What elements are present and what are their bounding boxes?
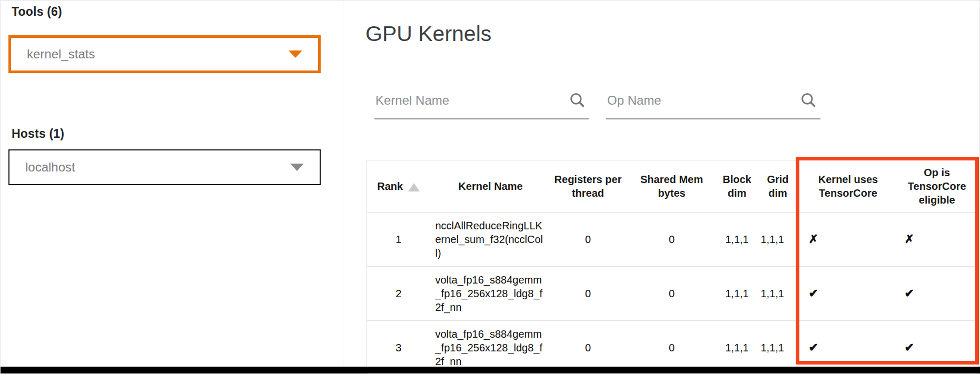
kernel-uses-tensorcore-cell: ✔ — [800, 267, 896, 321]
rank-cell: 2 — [367, 267, 430, 321]
op-name-filter — [606, 84, 820, 119]
column-header-rank[interactable]: Rank — [367, 160, 430, 213]
column-header-block-dim[interactable]: Block dim — [719, 160, 756, 213]
sort-ascending-icon — [408, 183, 420, 191]
kernel-name-cell: volta_fp16_s884gemm_fp16_256x128_ldg8_f2… — [430, 321, 551, 374]
grid-dim-cell: 1,1,1 — [756, 213, 800, 267]
kernel-name-filter — [374, 84, 589, 119]
bottom-edge-bar — [1, 367, 980, 373]
hosts-dropdown[interactable]: localhost — [8, 149, 321, 185]
sidebar: Tools (6) kernel_stats Hosts (1) localho… — [1, 1, 343, 367]
search-icon — [568, 91, 586, 109]
hosts-dropdown-value: localhost — [9, 160, 75, 175]
grid-dim-cell: 1,1,1 — [756, 267, 800, 321]
kernel-name-cell: volta_fp16_s884gemm_fp16_256x128_ldg8_f2… — [430, 267, 551, 321]
op-tensorcore-eligible-cell: ✔ — [896, 321, 978, 374]
chevron-down-icon — [290, 164, 304, 171]
kernel-table-body: 1 ncclAllReduceRingLLKernel_sum_f32(nccl… — [367, 213, 978, 374]
registers-per-thread-cell: 0 — [551, 321, 625, 374]
chevron-down-icon — [289, 50, 302, 58]
shared-mem-bytes-cell: 0 — [625, 213, 719, 267]
column-header-registers-per-thread[interactable]: Registers per thread — [551, 160, 625, 213]
table-header-row: Rank Kernel Name Registers per thread Sh… — [367, 160, 978, 213]
block-dim-cell: 1,1,1 — [719, 213, 756, 267]
column-header-kernel-name[interactable]: Kernel Name — [430, 160, 551, 213]
registers-per-thread-cell: 0 — [551, 267, 625, 321]
block-dim-cell: 1,1,1 — [719, 267, 756, 321]
kernel-table-container: Rank Kernel Name Registers per thread Sh… — [367, 160, 978, 374]
kernel-table: Rank Kernel Name Registers per thread Sh… — [367, 160, 978, 374]
search-icon — [799, 91, 817, 109]
tools-label: Tools (6) — [12, 5, 62, 19]
op-name-input[interactable] — [606, 84, 785, 108]
column-header-shared-mem-bytes[interactable]: Shared Mem bytes — [625, 160, 719, 213]
table-row[interactable]: 1 ncclAllReduceRingLLKernel_sum_f32(nccl… — [367, 213, 978, 267]
block-dim-cell: 1,1,1 — [719, 321, 756, 374]
grid-dim-cell: 1,1,1 — [756, 321, 800, 374]
op-tensorcore-eligible-cell: ✔ — [896, 267, 978, 321]
column-header-op-tensorcore-eligible[interactable]: Op is TensorCore eligible — [896, 160, 978, 213]
table-row[interactable]: 3 volta_fp16_s884gemm_fp16_256x128_ldg8_… — [367, 321, 978, 374]
page-title: GPU Kernels — [365, 22, 491, 46]
main-content: GPU Kernels — [343, 1, 980, 367]
tools-dropdown-value: kernel_stats — [11, 47, 95, 62]
registers-per-thread-cell: 0 — [551, 213, 625, 267]
kernel-name-cell: ncclAllReduceRingLLKernel_sum_f32(ncclCo… — [430, 213, 551, 267]
op-tensorcore-eligible-cell: ✗ — [896, 213, 978, 267]
table-row[interactable]: 2 volta_fp16_s884gemm_fp16_256x128_ldg8_… — [367, 267, 978, 321]
column-header-kernel-uses-tensorcore[interactable]: Kernel uses TensorCore — [800, 160, 896, 213]
kernel-uses-tensorcore-cell: ✗ — [800, 213, 896, 267]
kernel-uses-tensorcore-cell: ✔ — [800, 321, 896, 374]
rank-cell: 3 — [367, 321, 430, 374]
profiler-kernel-stats-page: Tools (6) kernel_stats Hosts (1) localho… — [0, 0, 980, 374]
hosts-label: Hosts (1) — [12, 127, 64, 141]
kernel-name-input[interactable] — [374, 84, 553, 108]
column-header-grid-dim[interactable]: Grid dim — [756, 160, 800, 213]
shared-mem-bytes-cell: 0 — [625, 267, 719, 321]
shared-mem-bytes-cell: 0 — [625, 321, 719, 374]
tools-dropdown[interactable]: kernel_stats — [8, 35, 321, 73]
rank-cell: 1 — [367, 213, 430, 267]
